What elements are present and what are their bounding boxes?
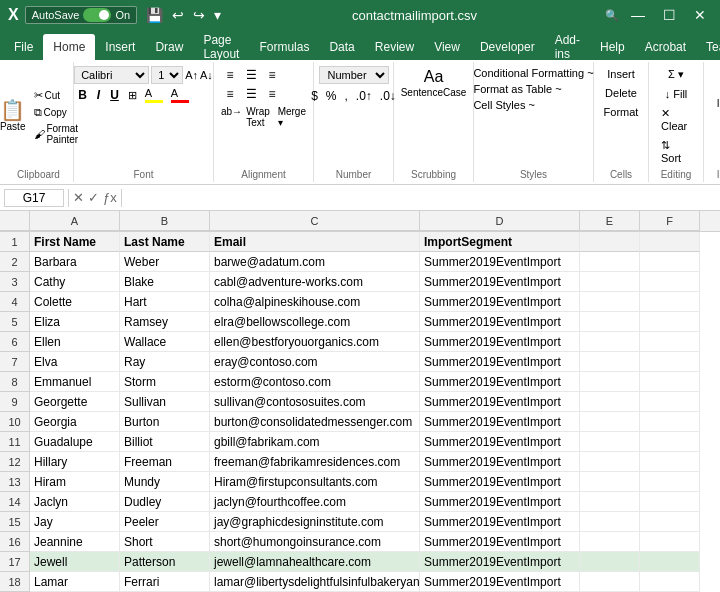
minimize-button[interactable]: — xyxy=(625,5,651,25)
data-cell[interactable] xyxy=(580,252,640,272)
data-cell[interactable]: Jaclyn xyxy=(30,492,120,512)
tab-file[interactable]: File xyxy=(4,34,43,60)
tab-help[interactable]: Help xyxy=(590,34,635,60)
sort-filter-button[interactable]: ⇅ Sort xyxy=(655,137,697,166)
data-cell[interactable]: freeman@fabrikamresidences.com xyxy=(210,452,420,472)
tab-team[interactable]: Team xyxy=(696,34,720,60)
data-cell[interactable] xyxy=(580,452,640,472)
data-cell[interactable]: short@humongoinsurance.com xyxy=(210,532,420,552)
row-header[interactable]: 5 xyxy=(0,312,30,332)
undo-icon[interactable]: ↩ xyxy=(169,6,187,24)
data-cell[interactable]: Summer2019EventImport xyxy=(420,472,580,492)
data-cell[interactable]: Georgette xyxy=(30,392,120,412)
data-cell[interactable] xyxy=(640,312,700,332)
data-cell[interactable] xyxy=(640,452,700,472)
row-header[interactable]: 3 xyxy=(0,272,30,292)
data-cell[interactable] xyxy=(580,332,640,352)
align-mid-left-button[interactable]: ≡ xyxy=(220,85,240,103)
data-cell[interactable] xyxy=(640,532,700,552)
data-cell[interactable]: Jeannine xyxy=(30,532,120,552)
wrap-text-button[interactable]: Wrap Text xyxy=(245,105,275,129)
comma-button[interactable]: , xyxy=(342,88,351,104)
data-cell[interactable]: Patterson xyxy=(120,552,210,572)
data-cell[interactable] xyxy=(580,512,640,532)
data-cell[interactable]: Eliza xyxy=(30,312,120,332)
data-cell[interactable]: Sullivan xyxy=(120,392,210,412)
data-cell[interactable]: Summer2019EventImport xyxy=(420,412,580,432)
data-cell[interactable]: colha@alpineskihouse.com xyxy=(210,292,420,312)
data-cell[interactable]: Billiot xyxy=(120,432,210,452)
tab-formulas[interactable]: Formulas xyxy=(249,34,319,60)
data-cell[interactable]: Barbara xyxy=(30,252,120,272)
data-cell[interactable]: estorm@contoso.com xyxy=(210,372,420,392)
data-cell[interactable] xyxy=(640,292,700,312)
data-cell[interactable] xyxy=(640,392,700,412)
data-cell[interactable]: sullivan@contososuites.com xyxy=(210,392,420,412)
data-cell[interactable] xyxy=(580,532,640,552)
data-cell[interactable] xyxy=(580,292,640,312)
data-cell[interactable]: Summer2019EventImport xyxy=(420,332,580,352)
data-cell[interactable]: Burton xyxy=(120,412,210,432)
data-cell[interactable] xyxy=(580,412,640,432)
save-icon[interactable]: 💾 xyxy=(143,6,166,24)
insert-function-icon[interactable]: ƒx xyxy=(103,190,117,205)
decrease-font-icon[interactable]: A↓ xyxy=(200,69,213,81)
underline-button[interactable]: U xyxy=(106,87,123,103)
align-mid-center-button[interactable]: ☰ xyxy=(241,85,261,103)
row-header[interactable]: 6 xyxy=(0,332,30,352)
data-cell[interactable]: jaclyn@fourthcoffee.com xyxy=(210,492,420,512)
data-cell[interactable]: jay@graphicdesigninstitute.com xyxy=(210,512,420,532)
data-cell[interactable] xyxy=(640,492,700,512)
data-cell[interactable]: eray@contoso.com xyxy=(210,352,420,372)
border-button[interactable]: ⊞ xyxy=(125,88,140,103)
data-cell[interactable] xyxy=(580,472,640,492)
data-cell[interactable]: Summer2019EventImport xyxy=(420,372,580,392)
row-header[interactable]: 1 xyxy=(0,232,30,252)
tab-page-layout[interactable]: Page Layout xyxy=(193,34,249,60)
italic-button[interactable]: I xyxy=(93,87,104,103)
data-cell[interactable]: Blake xyxy=(120,272,210,292)
data-cell[interactable] xyxy=(640,352,700,372)
tab-review[interactable]: Review xyxy=(365,34,424,60)
merge-button[interactable]: Merge ▾ xyxy=(277,105,307,129)
data-cell[interactable]: jewell@lamnahealthcare.com xyxy=(210,552,420,572)
data-cell[interactable]: Summer2019EventImport xyxy=(420,512,580,532)
data-cell[interactable]: Ramsey xyxy=(120,312,210,332)
tab-home[interactable]: Home xyxy=(43,34,95,60)
data-cell[interactable]: Last Name xyxy=(120,232,210,252)
data-cell[interactable]: Ellen xyxy=(30,332,120,352)
maximize-button[interactable]: ☐ xyxy=(657,5,682,25)
tab-draw[interactable]: Draw xyxy=(145,34,193,60)
data-cell[interactable]: Summer2019EventImport xyxy=(420,352,580,372)
percent-button[interactable]: % xyxy=(323,88,340,104)
cell-reference-input[interactable]: G17 xyxy=(4,189,64,207)
data-cell[interactable] xyxy=(640,412,700,432)
cancel-formula-icon[interactable]: ✕ xyxy=(73,190,84,205)
bold-button[interactable]: B xyxy=(74,87,91,103)
data-cell[interactable] xyxy=(580,232,640,252)
insert-cells-button[interactable]: Insert xyxy=(601,66,641,82)
data-cell[interactable]: Hiram xyxy=(30,472,120,492)
data-cell[interactable] xyxy=(580,392,640,412)
autosave-badge[interactable]: AutoSave On xyxy=(25,6,137,24)
autosum-button[interactable]: Σ ▾ xyxy=(662,66,690,83)
data-cell[interactable]: Georgia xyxy=(30,412,120,432)
data-cell[interactable]: Peeler xyxy=(120,512,210,532)
currency-button[interactable]: $ xyxy=(308,88,321,104)
formula-input[interactable] xyxy=(126,191,716,205)
data-cell[interactable]: barwe@adatum.com xyxy=(210,252,420,272)
data-cell[interactable]: Colette xyxy=(30,292,120,312)
font-color-button[interactable]: A xyxy=(168,86,192,104)
row-header[interactable]: 14 xyxy=(0,492,30,512)
data-cell[interactable] xyxy=(580,492,640,512)
data-cell[interactable] xyxy=(580,572,640,592)
data-cell[interactable]: Lamar xyxy=(30,572,120,592)
data-cell[interactable]: Summer2019EventImport xyxy=(420,452,580,472)
customize-qa-icon[interactable]: ▾ xyxy=(211,6,224,24)
data-cell[interactable]: ImportSegment xyxy=(420,232,580,252)
row-header[interactable]: 10 xyxy=(0,412,30,432)
row-header[interactable]: 12 xyxy=(0,452,30,472)
data-cell[interactable] xyxy=(580,552,640,572)
row-header[interactable]: 7 xyxy=(0,352,30,372)
font-size-select[interactable]: 11 xyxy=(151,66,183,84)
